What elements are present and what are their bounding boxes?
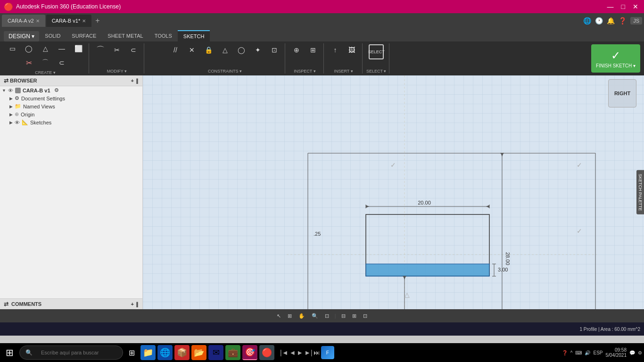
modify-extend-button[interactable]: ⊂ — [126, 43, 141, 57]
insert-img-button[interactable]: 🖼 — [344, 43, 359, 57]
create-rect-button[interactable]: ▭ — [5, 42, 20, 55]
move-icon[interactable]: ↖ — [275, 312, 283, 320]
line-icon: — — [56, 43, 67, 54]
app-thumbnail[interactable]: F — [321, 346, 334, 359]
create-arc-button[interactable]: ⌒ — [38, 56, 53, 69]
create-circle-button[interactable]: ◯ — [21, 42, 36, 55]
play-end-button[interactable]: ⏭ — [314, 349, 320, 356]
notification-icon[interactable]: 💬 — [629, 350, 635, 355]
create-proj-button[interactable]: ⊂ — [54, 56, 69, 69]
constraint-tangent-button[interactable]: △ — [217, 43, 232, 57]
play-button[interactable]: ► — [297, 349, 303, 356]
taskbar-app-fusion[interactable]: 🎯 — [242, 345, 257, 360]
task-view-button[interactable]: ⊞ — [125, 346, 139, 359]
inspect-grid-button[interactable]: ⊞ — [305, 43, 321, 57]
browser-item-origin[interactable]: ▶ ⊕ Origin — [0, 110, 142, 118]
eye-sketches-icon[interactable]: 👁 — [15, 120, 20, 125]
taskbar-app-mail[interactable]: ✉ — [208, 345, 223, 360]
add-tab-button[interactable]: + — [92, 16, 102, 25]
snap-icon[interactable]: ⊡ — [361, 312, 369, 320]
insert-dxf-button[interactable]: ↑ — [328, 43, 343, 57]
tray-help-icon[interactable]: ❓ — [562, 350, 568, 355]
sketch-svg: 20.00 28.00 28.00 3.00 15.00 — [143, 75, 644, 309]
view-cube[interactable]: RIGHT — [608, 79, 636, 107]
svg-text:28.00: 28.00 — [505, 252, 511, 265]
orbit-icon[interactable]: ⊞ — [286, 312, 294, 320]
comments-add-icon[interactable]: + — [131, 301, 134, 307]
tab-close-cara-b[interactable]: ✕ — [82, 18, 86, 24]
inspect-measure-button[interactable]: ⊕ — [289, 43, 304, 57]
browser-collapse-icon[interactable]: ‖ — [136, 78, 139, 84]
browser-item-document-settings[interactable]: ▶ ⚙ Document Settings — [0, 94, 142, 102]
browser-item-named-views[interactable]: ▶ 📁 Named Views — [0, 102, 142, 110]
modify-fillet-button[interactable]: ⌒ — [93, 43, 108, 57]
insert-label: INSERT ▾ — [334, 69, 353, 74]
user-avatar[interactable]: JS — [630, 17, 642, 25]
taskbar-search-bar[interactable]: 🔍 — [19, 346, 123, 360]
create-triangle-button[interactable]: △ — [38, 42, 53, 55]
create-line-button[interactable]: — — [54, 42, 69, 55]
zoom-fit-icon[interactable]: ⊡ — [323, 312, 331, 320]
tab-close-cara-a[interactable]: ✕ — [36, 18, 40, 24]
minimize-button[interactable]: — — [605, 3, 616, 10]
nav-back-icon[interactable]: 🌐 — [583, 17, 591, 25]
taskbar-app-office[interactable]: 📦 — [174, 345, 190, 360]
constraint-rect-button[interactable]: ⊡ — [267, 43, 282, 57]
browser-item-cara-b-v1[interactable]: ▼ 👁 CARA-B v1 ⚙ — [0, 86, 142, 94]
maximize-button[interactable]: □ — [619, 3, 627, 10]
ribbon-tab-sketch[interactable]: SKETCH — [178, 30, 210, 41]
taskbar-app-sketch[interactable]: 💼 — [225, 345, 240, 360]
eye-visible-icon[interactable]: 👁 — [8, 88, 13, 93]
play-next-button[interactable]: ►| — [304, 349, 313, 356]
canvas-area[interactable]: 20.00 28.00 28.00 3.00 15.00 — [143, 75, 644, 309]
help-icon[interactable]: ❓ — [619, 17, 627, 25]
browser-item-sketches[interactable]: ▶ 👁 📐 Sketches — [0, 118, 142, 126]
select-button[interactable]: SELECT — [367, 43, 386, 60]
ribbon-tab-sheet-metal[interactable]: SHEET METAL — [102, 30, 149, 41]
constraint-equal-button[interactable]: ◯ — [234, 43, 249, 57]
create-slot-button[interactable]: ⬜ — [71, 42, 86, 55]
bell-icon[interactable]: 🔔 — [607, 17, 615, 25]
clock-icon[interactable]: 🕐 — [595, 17, 603, 25]
modify-trim-button[interactable]: ✂ — [109, 43, 124, 57]
expand-doc-settings-icon: ▶ — [9, 96, 13, 101]
fillet-icon: ⌒ — [95, 44, 106, 56]
ribbon-tab-tools[interactable]: TOOLS — [149, 30, 178, 41]
tab-cara-b-v1[interactable]: CARA-B v1* ✕ — [46, 15, 92, 27]
zoom-in-icon[interactable]: 🔍 — [310, 312, 320, 320]
comments-collapse-icon[interactable]: ‖ — [136, 301, 139, 307]
tray-chevron-icon[interactable]: ^ — [570, 350, 573, 355]
design-dropdown-button[interactable]: DESIGN ▾ — [4, 31, 39, 41]
taskbar-app-files[interactable]: 📂 — [191, 345, 206, 360]
select-icon: SELECT — [369, 44, 384, 59]
constraint-parallel-button[interactable]: // — [168, 43, 183, 57]
settings-cog-icon[interactable]: ⚙ — [638, 350, 642, 355]
ribbon-tab-solid[interactable]: SOLID — [39, 30, 66, 41]
browser-add-icon[interactable]: + — [131, 78, 134, 84]
ribbon-group-inspect: ⊕ ⊞ INSPECT ▾ — [286, 43, 324, 74]
play-start-button[interactable]: |◄ — [280, 349, 289, 356]
start-button[interactable]: ⊞ — [2, 345, 17, 360]
taskbar-app-ie[interactable]: 🌐 — [157, 345, 173, 360]
tray-lang-label: ESP — [593, 350, 603, 355]
taskbar-search-input[interactable] — [35, 348, 116, 357]
tray-volume-icon[interactable]: 🔊 — [585, 350, 590, 355]
grid-icon[interactable]: ⊟ — [339, 312, 347, 320]
finish-sketch-button[interactable]: ✓ FINISH SKETCH ▾ — [591, 44, 640, 73]
taskbar-app-chrome[interactable]: 🔴 — [259, 345, 274, 360]
constraint-perp-button[interactable]: ✕ — [184, 43, 199, 57]
tab-cara-a-v2[interactable]: CARA-A v2 ✕ — [2, 15, 45, 27]
close-button[interactable]: ✕ — [631, 3, 640, 10]
constraint-sym-button[interactable]: ✦ — [250, 43, 265, 57]
constraint-lock-button[interactable]: 🔒 — [201, 43, 216, 57]
taskbar-app-explorer[interactable]: 📁 — [140, 345, 156, 360]
expand-sketches-icon: ▶ — [9, 120, 13, 125]
sketch-palette-tab[interactable]: SKETCH PALETTE — [636, 170, 644, 214]
insert-img-icon: 🖼 — [346, 44, 357, 56]
ribbon-tab-surface[interactable]: SURFACE — [66, 30, 102, 41]
display-icon[interactable]: ⊞ — [350, 312, 358, 320]
pan-icon[interactable]: ✋ — [297, 312, 307, 320]
settings-icon[interactable]: ⚙ — [54, 87, 59, 93]
play-prev-button[interactable]: ◄ — [289, 349, 296, 356]
create-cut-button[interactable]: ✂ — [21, 56, 36, 69]
